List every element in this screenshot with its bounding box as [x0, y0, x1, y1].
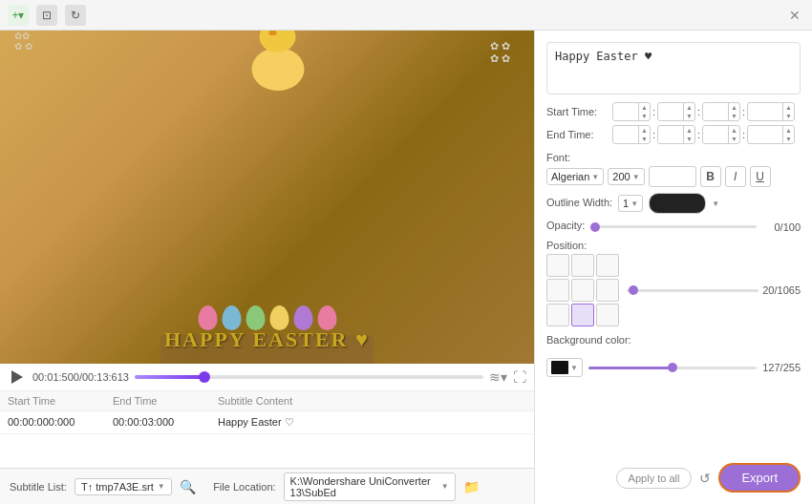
pos-top-right[interactable] — [596, 254, 619, 277]
folder-button[interactable]: 📁 — [463, 479, 480, 494]
opacity-slider[interactable] — [590, 225, 757, 228]
pos-bot-left[interactable] — [546, 304, 569, 326]
subtitle-table: Start Time End Time Subtitle Content 00:… — [0, 391, 534, 468]
opacity-section: Opacity: 0/100 — [546, 220, 801, 234]
end-hours-up[interactable]: ▲ — [639, 126, 650, 135]
start-minutes-down[interactable]: ▼ — [684, 112, 694, 120]
font-section: Font: Algerian ▼ 200 ▼ B I U — [546, 152, 801, 187]
position-label: Position: — [546, 240, 801, 251]
start-seconds-down[interactable]: ▼ — [729, 112, 739, 120]
end-hours-input[interactable]: 00 — [613, 127, 638, 142]
start-ms-spinner[interactable]: 000 ▲ ▼ — [747, 102, 795, 121]
start-seconds-spinner[interactable]: 00 ▲ ▼ — [702, 102, 740, 121]
end-minutes-down[interactable]: ▼ — [684, 135, 694, 143]
bg-color-section: Background color: — [546, 334, 801, 348]
main-content: ✿ ✿✿ ✿ ✿✿✿ ✿ HAPPY EASTER ♥ — [0, 31, 812, 504]
add-media-button[interactable]: +▾ — [8, 5, 29, 26]
subtitle-overlay: HAPPY EASTER ♥ — [164, 327, 370, 352]
end-ms-input[interactable]: 000 — [748, 127, 782, 142]
file-location-path: K:\Wondershare UniConverter 13\SubEd — [290, 475, 438, 498]
outline-color-chevron: ▼ — [712, 200, 719, 208]
pos-mid-right[interactable] — [596, 279, 619, 302]
pos-top-left[interactable] — [546, 254, 569, 277]
underline-button[interactable]: U — [750, 166, 771, 187]
start-hours-up[interactable]: ▲ — [639, 103, 650, 112]
end-seconds-spinner[interactable]: 03 ▲ ▼ — [702, 125, 740, 144]
start-minutes-up[interactable]: ▲ — [684, 103, 694, 112]
bold-button[interactable]: B — [700, 166, 721, 187]
start-minutes-spinner[interactable]: 00 ▲ ▼ — [657, 102, 695, 121]
end-minutes-input[interactable]: 00 — [658, 127, 683, 142]
start-seconds-input[interactable]: 00 — [703, 104, 728, 119]
pos-bot-right[interactable] — [596, 304, 619, 326]
refresh-button[interactable]: ↺ — [699, 471, 711, 486]
end-hours-down[interactable]: ▼ — [639, 135, 650, 143]
subtitle-text-input[interactable] — [546, 42, 801, 94]
start-ms-down[interactable]: ▼ — [783, 112, 794, 120]
close-button[interactable]: ✕ — [785, 6, 804, 25]
font-family-select[interactable]: Algerian ▼ — [546, 168, 604, 185]
position-slider-container: 20/1065 — [627, 284, 801, 296]
outline-color-picker[interactable] — [649, 193, 706, 214]
bg-color-chevron: ▼ — [570, 364, 578, 372]
fullscreen-icon[interactable]: ⛶ — [513, 369, 526, 385]
start-time-label: Start Time: — [546, 106, 609, 117]
outline-width-select[interactable]: 1 ▼ — [618, 195, 643, 212]
table-row[interactable]: 00:00:000:000 00:00:03:000 Happy Easter … — [0, 411, 534, 434]
apply-all-button[interactable]: Apply to all — [616, 468, 693, 489]
end-seconds-down[interactable]: ▼ — [729, 135, 739, 143]
bg-opacity-slider[interactable] — [588, 367, 757, 369]
time-fields: Start Time: 00 ▲ ▼ : 00 ▲ ▼ — [546, 102, 801, 144]
start-hours-down[interactable]: ▼ — [639, 112, 650, 120]
end-hours-spinner[interactable]: 00 ▲ ▼ — [612, 125, 651, 144]
start-minutes-input[interactable]: 00 — [658, 104, 683, 119]
end-minutes-spinner[interactable]: 00 ▲ ▼ — [657, 125, 695, 144]
file-location-select[interactable]: K:\Wondershare UniConverter 13\SubEd ▼ — [284, 472, 456, 501]
outline-section: Outline Width: 1 ▼ ▼ — [546, 193, 801, 214]
search-button[interactable]: 🔍 — [180, 479, 196, 494]
position-slider[interactable] — [627, 289, 759, 292]
row-end-time: 00:00:03:000 — [113, 416, 218, 429]
play-button[interactable] — [8, 368, 27, 387]
end-ms-down[interactable]: ▼ — [783, 135, 794, 143]
start-hours-spinner[interactable]: 00 ▲ ▼ — [612, 102, 651, 121]
start-hours-input[interactable]: 00 — [613, 104, 638, 119]
end-seconds-up[interactable]: ▲ — [729, 126, 739, 135]
action-row: Apply to all ↺ Export — [546, 463, 801, 493]
convert-icon: ↻ — [71, 9, 80, 22]
row-start-time: 00:00:000:000 — [8, 416, 113, 429]
timeline-bar[interactable] — [135, 375, 483, 379]
bg-color-select[interactable]: ▼ — [546, 358, 583, 377]
end-ms-arrows: ▲ ▼ — [782, 126, 794, 143]
italic-button[interactable]: I — [725, 166, 746, 187]
opacity-value: 0/100 — [762, 221, 801, 233]
end-seconds-arrows: ▲ ▼ — [728, 126, 739, 143]
convert-button[interactable]: ↻ — [65, 5, 86, 26]
screen-record-button[interactable]: ⊡ — [36, 5, 57, 26]
end-time-row: End Time: 00 ▲ ▼ : 00 ▲ ▼ — [546, 125, 801, 144]
start-hours-arrows: ▲ ▼ — [638, 103, 650, 120]
start-time-inputs: 00 ▲ ▼ : 00 ▲ ▼ : — [612, 102, 795, 121]
right-panel: Start Time: 00 ▲ ▼ : 00 ▲ ▼ — [535, 31, 812, 504]
subtitle-list-select[interactable]: T↑ tmp7A3E.srt ▼ — [75, 478, 172, 495]
end-seconds-input[interactable]: 03 — [703, 127, 728, 142]
header-start-time: Start Time — [8, 395, 113, 407]
start-ms-input[interactable]: 000 — [748, 104, 782, 119]
end-minutes-up[interactable]: ▲ — [684, 126, 694, 135]
end-ms-spinner[interactable]: 000 ▲ ▼ — [747, 125, 795, 144]
pos-mid-left[interactable] — [546, 279, 569, 302]
start-ms-up[interactable]: ▲ — [783, 103, 794, 112]
pos-mid-center[interactable] — [571, 279, 594, 302]
end-minutes-arrows: ▲ ▼ — [683, 126, 694, 143]
chick-body — [251, 48, 304, 91]
title-bar: +▾ ⊡ ↻ ✕ — [0, 0, 812, 31]
end-ms-up[interactable]: ▲ — [783, 126, 794, 135]
font-color-picker[interactable] — [649, 166, 696, 187]
font-size-select[interactable]: 200 ▼ — [608, 168, 644, 185]
pos-top-center[interactable] — [571, 254, 594, 277]
pos-bot-center[interactable] — [571, 304, 594, 326]
flowers-left: ✿✿✿ ✿ — [14, 31, 32, 52]
export-button[interactable]: Export — [718, 463, 801, 493]
font-size-chevron: ▼ — [632, 173, 640, 181]
start-seconds-up[interactable]: ▲ — [729, 103, 739, 112]
